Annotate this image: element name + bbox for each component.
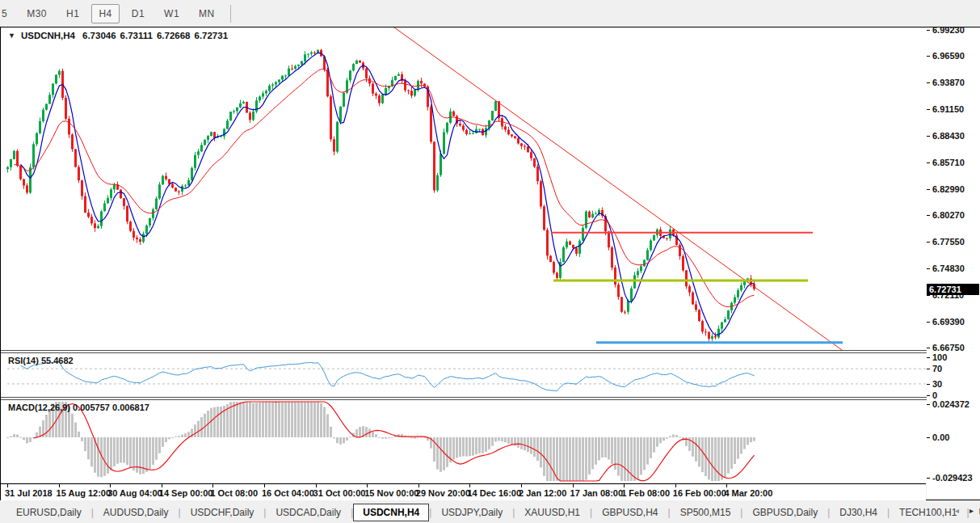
rsi-axis-tick xyxy=(927,369,930,369)
time-axis-tick xyxy=(726,484,727,487)
price-axis-tick xyxy=(927,189,930,190)
tab-scroll-right-icon[interactable]: ▸ xyxy=(969,506,974,515)
chart-tab-gbpusd-h4[interactable]: GBPUSD,H4 xyxy=(592,504,667,521)
price-axis-label: 6.91150 xyxy=(932,104,964,114)
macd-axis-tick xyxy=(927,404,930,405)
timeframe-button-5[interactable]: 5 xyxy=(0,4,15,23)
macd-axis-tick xyxy=(927,478,930,479)
time-axis-label: 4 Mar 20:00 xyxy=(724,488,772,498)
time-axis-tick xyxy=(264,484,265,487)
price-axis-label: 6.74830 xyxy=(932,264,965,273)
chart-tab-dj30-h4[interactable]: DJ30,H4 xyxy=(830,504,887,521)
macd-axis-label: 0.00 xyxy=(932,432,949,442)
rsi-axis-tick xyxy=(927,357,930,358)
timeframe-button-w1[interactable]: W1 xyxy=(157,4,187,23)
price-axis-label: 6.69390 xyxy=(932,317,965,327)
time-axis-tick xyxy=(162,484,162,487)
time-axis-label: 14 Dec 16:00 xyxy=(467,488,521,498)
time-axis-label: 31 Jul 2018 xyxy=(5,488,53,498)
rsi-axis-tick xyxy=(927,384,930,385)
price-axis-tick xyxy=(927,109,930,110)
rsi-axis-tick xyxy=(927,395,930,396)
timeframe-button-h1[interactable]: H1 xyxy=(59,4,86,23)
chart-dropdown-icon: ▼ xyxy=(8,32,15,40)
tab-scroll-left-icon[interactable]: ◂ xyxy=(955,506,959,515)
price-axis-label: 6.88430 xyxy=(932,131,965,141)
chart-tab-gbpusd-daily[interactable]: GBPUSD,Daily xyxy=(742,504,827,521)
chart-tab-usdjpy-daily[interactable]: USDJPY,Daily xyxy=(431,504,512,521)
price-axis: 6.72731 6.992306.965906.938706.911506.88… xyxy=(927,27,980,500)
price-axis-tick xyxy=(927,82,930,83)
macd-axis-label: -0.029423 xyxy=(932,473,973,483)
chart-tab-usdcad-daily[interactable]: USDCAD,Daily xyxy=(266,504,351,521)
price-axis-label: 6.66750 xyxy=(932,343,965,352)
price-axis-tick xyxy=(927,30,930,31)
macd-axis-label: 0.024372 xyxy=(932,399,969,409)
time-axis-tick xyxy=(212,484,213,487)
time-axis-label: 17 Jan 08:00 xyxy=(570,488,623,498)
chart-tab-bar: EURUSD,Daily|AUDUSD,Daily|USDCHF,Daily|U… xyxy=(0,501,980,523)
price-axis-tick xyxy=(927,136,930,137)
price-axis-tick xyxy=(927,162,930,163)
time-axis-tick xyxy=(367,484,368,487)
timeframe-button-h4[interactable]: H4 xyxy=(91,4,119,23)
price-axis-tick xyxy=(927,242,930,243)
price-axis-label: 6.96590 xyxy=(932,51,965,61)
rsi-chart[interactable] xyxy=(1,353,927,397)
ohlc-low: 6.72668 xyxy=(157,31,191,40)
time-axis-label: 2 Jan 12:00 xyxy=(519,488,566,498)
price-axis-label: 6.99230 xyxy=(932,25,965,35)
macd-panel[interactable]: MACD(12,26,9) 0.005757 0.006817 xyxy=(1,400,927,483)
time-axis-tick xyxy=(7,484,8,487)
time-axis-tick xyxy=(59,484,60,487)
price-axis-tick xyxy=(927,215,930,216)
time-axis-tick xyxy=(469,484,470,487)
time-axis-label: 31 Oct 00:00 xyxy=(313,488,366,498)
time-axis-tick xyxy=(573,484,574,487)
chart-tab-usdcnh-h4[interactable]: USDCNH,H4 xyxy=(353,504,429,521)
rsi-panel[interactable]: RSI(14) 55.4682 xyxy=(1,353,927,397)
time-axis-tick xyxy=(675,484,676,487)
chart-tab-usdchf-daily[interactable]: USDCHF,Daily xyxy=(181,504,264,521)
price-axis-tick xyxy=(927,268,930,269)
rsi-axis-label: 100 xyxy=(932,352,947,362)
price-axis-label: 6.80270 xyxy=(932,210,965,220)
time-axis-tick xyxy=(521,484,522,487)
price-axis-label: 6.93870 xyxy=(932,78,965,87)
price-axis-label: 6.82990 xyxy=(932,184,965,194)
chart-tab-sp500-m15[interactable]: SP500,M15 xyxy=(671,504,741,521)
rsi-label: RSI(14) 55.4682 xyxy=(8,356,74,365)
macd-axis-tick xyxy=(927,437,930,438)
time-axis-label: 1 Feb 08:00 xyxy=(621,488,670,498)
price-axis-tick xyxy=(927,295,930,296)
timeframe-button-d1[interactable]: D1 xyxy=(124,4,152,23)
macd-chart[interactable] xyxy=(1,400,927,483)
time-axis-tick xyxy=(316,484,317,487)
current-price-badge: 6.72731 xyxy=(927,284,979,295)
timeframe-toolbar: 5M30H1H4D1W1MN xyxy=(0,0,980,27)
time-axis-label: 15 Nov 00:00 xyxy=(364,488,418,498)
chart-tabs: EURUSD,Daily|AUDUSD,Daily|USDCHF,Daily|U… xyxy=(0,501,980,523)
chart-title: ▼ USDCNH,H4 6.73046 6.73111 6.72668 6.72… xyxy=(8,31,232,40)
ohlc-open: 6.73046 xyxy=(82,31,116,40)
timeframe-button-m30[interactable]: M30 xyxy=(19,4,54,23)
price-axis-tick xyxy=(927,322,930,323)
time-axis-label: 16 Oct 04:00 xyxy=(262,488,314,498)
chart-tab-audusd-daily[interactable]: AUDUSD,Daily xyxy=(94,504,179,521)
time-axis-tick xyxy=(624,484,625,487)
time-axis: 31 Jul 201815 Aug 12:0030 Aug 04:0014 Se… xyxy=(1,483,926,500)
candlestick-chart[interactable] xyxy=(1,27,927,350)
main-chart-panel[interactable]: ▼ USDCNH,H4 6.73046 6.73111 6.72668 6.72… xyxy=(1,27,927,350)
chart-symbol-label: USDCNH,H4 xyxy=(21,31,75,40)
price-axis-tick xyxy=(927,56,930,57)
price-axis-label: 6.85710 xyxy=(932,158,965,167)
macd-label: MACD(12,26,9) 0.005757 0.006817 xyxy=(8,403,149,412)
time-axis-tick xyxy=(418,484,419,487)
timeframe-button-mn[interactable]: MN xyxy=(191,4,222,23)
time-axis-label: 14 Sep 00:00 xyxy=(159,488,213,498)
chart-tab-eurusd-daily[interactable]: EURUSD,Daily xyxy=(6,504,91,521)
toolbar-separator xyxy=(230,5,231,23)
chart-tab-xauusd-h1[interactable]: XAUUSD,H1 xyxy=(515,504,590,521)
time-axis-label: 1 Oct 08:00 xyxy=(210,488,258,498)
ohlc-close: 6.72731 xyxy=(194,31,228,40)
